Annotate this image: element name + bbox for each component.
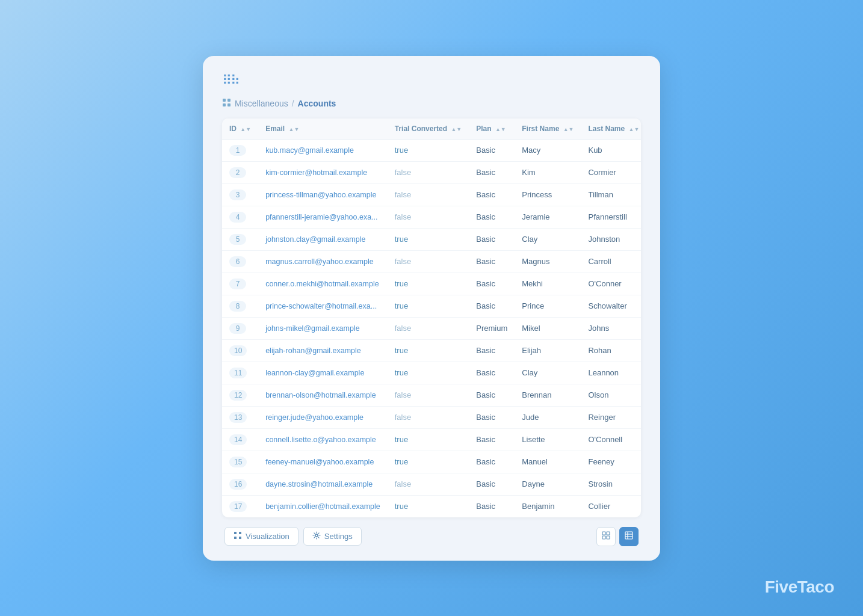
cell-id: 2	[222, 161, 258, 183]
cell-last-name: Pfannerstill	[581, 206, 641, 228]
table-row[interactable]: 15feeney-manuel@yahoo.exampletrueBasicMa…	[222, 451, 641, 473]
cell-email[interactable]: johnston.clay@gmail.example	[258, 228, 388, 250]
cell-first-name: Jude	[515, 406, 581, 428]
cell-email[interactable]: kub.macy@gmail.example	[258, 139, 388, 161]
cell-id: 1	[222, 139, 258, 161]
table-row[interactable]: 12brennan-olson@hotmail.examplefalseBasi…	[222, 384, 641, 406]
main-card: ⠿⠷ Miscellaneous / Accounts ID ▲▼ Email …	[203, 56, 660, 561]
cell-trial-converted: true	[388, 451, 469, 473]
table-row[interactable]: 4pfannerstill-jeramie@yahoo.exa...falseB…	[222, 206, 641, 228]
cell-trial-converted: true	[388, 228, 469, 250]
col-header-email[interactable]: Email ▲▼	[258, 119, 388, 140]
svg-rect-1	[227, 99, 230, 102]
sort-icon-trial: ▲▼	[451, 126, 462, 132]
cell-email[interactable]: elijah-rohan@gmail.example	[258, 339, 388, 362]
cell-first-name: Clay	[515, 362, 581, 384]
cell-trial-converted: true	[388, 362, 469, 384]
cell-first-name: Brennan	[515, 384, 581, 406]
table-row[interactable]: 11leannon-clay@gmail.exampletrueBasicCla…	[222, 362, 641, 384]
brand-logo: FiveTaco	[765, 578, 834, 597]
cell-trial-converted: false	[388, 161, 469, 183]
cell-email[interactable]: leannon-clay@gmail.example	[258, 362, 388, 384]
table-row[interactable]: 5johnston.clay@gmail.exampletrueBasicCla…	[222, 228, 641, 250]
table-row[interactable]: 17benjamin.collier@hotmail.exampletrueBa…	[222, 495, 641, 517]
cell-id: 6	[222, 250, 258, 273]
col-header-trial-converted[interactable]: Trial Converted ▲▼	[388, 119, 469, 140]
cell-email[interactable]: prince-schowalter@hotmail.exa...	[258, 295, 388, 317]
cell-email[interactable]: magnus.carroll@yahoo.example	[258, 250, 388, 273]
cell-last-name: O'Connell	[581, 428, 641, 451]
table-row[interactable]: 16dayne.strosin@hotmail.examplefalseBasi…	[222, 473, 641, 495]
cell-id: 10	[222, 339, 258, 362]
cell-first-name: Magnus	[515, 250, 581, 273]
cell-last-name: Collier	[581, 495, 641, 517]
cell-email[interactable]: brennan-olson@hotmail.example	[258, 384, 388, 406]
cell-id: 15	[222, 451, 258, 473]
table-row[interactable]: 3princess-tillman@yahoo.examplefalseBasi…	[222, 183, 641, 206]
logo-icon: ⠿⠷	[222, 73, 641, 88]
svg-rect-11	[602, 536, 605, 539]
cell-first-name: Jeramie	[515, 206, 581, 228]
cell-plan: Basic	[469, 362, 515, 384]
sort-icon-lastname: ▲▼	[629, 126, 640, 132]
cell-first-name: Clay	[515, 228, 581, 250]
visualization-button[interactable]: Visualization	[224, 527, 298, 546]
cell-last-name: Cormier	[581, 161, 641, 183]
cell-last-name: Tillman	[581, 183, 641, 206]
svg-rect-3	[227, 103, 230, 106]
cell-email[interactable]: benjamin.collier@hotmail.example	[258, 495, 388, 517]
cell-email[interactable]: kim-cormier@hotmail.example	[258, 161, 388, 183]
footer-left: Visualization Settings	[224, 527, 362, 546]
cell-email[interactable]: conner.o.mekhi@hotmail.example	[258, 273, 388, 295]
cell-plan: Basic	[469, 161, 515, 183]
cell-id: 17	[222, 495, 258, 517]
cell-plan: Basic	[469, 406, 515, 428]
cell-first-name: Macy	[515, 139, 581, 161]
cell-email[interactable]: pfannerstill-jeramie@yahoo.exa...	[258, 206, 388, 228]
cell-plan: Basic	[469, 183, 515, 206]
table-view-button[interactable]	[619, 527, 639, 546]
sort-icon-firstname: ▲▼	[563, 126, 574, 132]
col-header-id[interactable]: ID ▲▼	[222, 119, 258, 140]
svg-rect-5	[239, 532, 241, 534]
cell-plan: Basic	[469, 250, 515, 273]
cell-plan: Basic	[469, 451, 515, 473]
cell-last-name: Rohan	[581, 339, 641, 362]
cell-first-name: Prince	[515, 295, 581, 317]
cell-email[interactable]: feeney-manuel@yahoo.example	[258, 451, 388, 473]
table-row[interactable]: 6magnus.carroll@yahoo.examplefalseBasicM…	[222, 250, 641, 273]
cell-email[interactable]: reinger.jude@yahoo.example	[258, 406, 388, 428]
cell-email[interactable]: connell.lisette.o@yahoo.example	[258, 428, 388, 451]
cell-id: 3	[222, 183, 258, 206]
cell-email[interactable]: johns-mikel@gmail.example	[258, 317, 388, 339]
table-row[interactable]: 1kub.macy@gmail.exampletrueBasicMacyKubF…	[222, 139, 641, 161]
visualization-icon	[234, 531, 242, 541]
breadcrumb-separator: /	[292, 99, 294, 108]
table-row[interactable]: 14connell.lisette.o@yahoo.exampletrueBas…	[222, 428, 641, 451]
settings-button[interactable]: Settings	[303, 527, 362, 546]
cell-first-name: Mekhi	[515, 273, 581, 295]
cell-first-name: Manuel	[515, 451, 581, 473]
footer-right	[596, 527, 639, 546]
breadcrumb: Miscellaneous / Accounts	[222, 98, 641, 109]
table-row[interactable]: 8prince-schowalter@hotmail.exa...trueBas…	[222, 295, 641, 317]
grid-view-button[interactable]	[596, 527, 616, 546]
cell-email[interactable]: princess-tillman@yahoo.example	[258, 183, 388, 206]
cell-last-name: Johnston	[581, 228, 641, 250]
cell-plan: Premium	[469, 317, 515, 339]
col-header-first-name[interactable]: First Name ▲▼	[515, 119, 581, 140]
col-header-plan[interactable]: Plan ▲▼	[469, 119, 515, 140]
table-row[interactable]: 7conner.o.mekhi@hotmail.exampletrueBasic…	[222, 273, 641, 295]
cell-trial-converted: true	[388, 428, 469, 451]
table-row[interactable]: 2kim-cormier@hotmail.examplefalseBasicKi…	[222, 161, 641, 183]
table-row[interactable]: 9johns-mikel@gmail.examplefalsePremiumMi…	[222, 317, 641, 339]
table-row[interactable]: 10elijah-rohan@gmail.exampletrueBasicEli…	[222, 339, 641, 362]
grid-view-icon	[602, 531, 610, 541]
cell-trial-converted: true	[388, 273, 469, 295]
breadcrumb-icon	[222, 98, 231, 109]
col-header-last-name[interactable]: Last Name ▲▼	[581, 119, 641, 140]
table-view-icon	[625, 531, 633, 541]
table-row[interactable]: 13reinger.jude@yahoo.examplefalseBasicJu…	[222, 406, 641, 428]
cell-email[interactable]: dayne.strosin@hotmail.example	[258, 473, 388, 495]
cell-first-name: Elijah	[515, 339, 581, 362]
